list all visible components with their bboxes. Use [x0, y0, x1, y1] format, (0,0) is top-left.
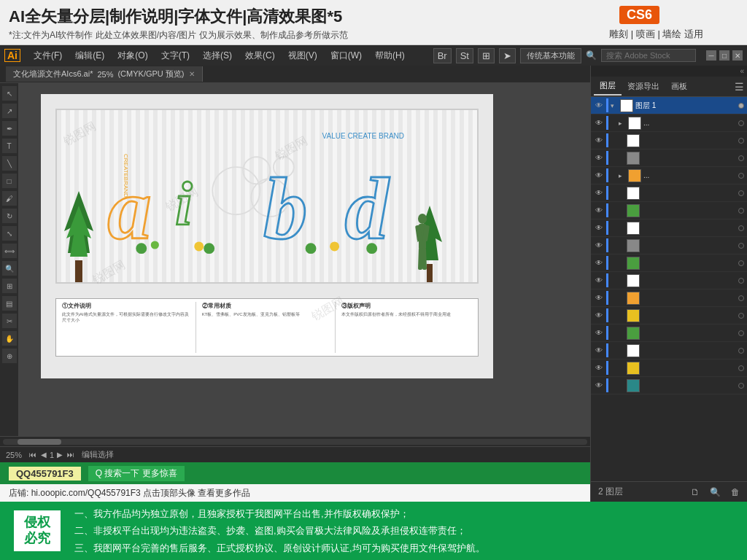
layer-count: 2 图层 — [595, 484, 626, 499]
eye-icon[interactable]: 👁 — [594, 258, 604, 268]
file-tab[interactable]: 文化墙源文件AIcs6.ai* 25% (CMYK/GPU 预览) ✕ — [6, 66, 203, 82]
layer-dot — [738, 313, 744, 319]
line-tool[interactable]: ╲ — [2, 156, 17, 171]
layer-row[interactable]: 👁 — [591, 237, 747, 254]
menu-effect[interactable]: 效果(C) — [239, 47, 281, 64]
layer-row[interactable]: 👁 — [591, 184, 747, 202]
scale-tool[interactable]: ⤡ — [2, 226, 17, 241]
create-brand-text: CREATEBRAND — [123, 154, 129, 198]
eye-icon[interactable]: 👁 — [594, 136, 604, 146]
scrollbar-track[interactable] — [3, 439, 587, 445]
blend-tool[interactable]: ⟺ — [2, 244, 17, 258]
tab-assets[interactable]: 资源导出 — [622, 78, 665, 95]
tab-layers[interactable]: 图层 — [594, 77, 622, 96]
layer-row[interactable]: 👁 — [591, 272, 747, 289]
zoom-level[interactable]: 25% — [6, 451, 22, 459]
paint-brush-tool[interactable]: 🖌 — [2, 191, 17, 206]
menu-file[interactable]: 文件(F) — [28, 47, 68, 64]
layer-row[interactable]: 👁 ▸ ... — [591, 114, 747, 132]
search-layer-btn[interactable]: 🔍 — [707, 486, 724, 499]
layer-row[interactable]: 👁 — [591, 149, 747, 167]
first-page-btn[interactable]: ⏮ — [28, 451, 38, 459]
hand-tool[interactable]: ✋ — [2, 331, 17, 346]
eye-icon[interactable]: 👁 — [594, 101, 604, 111]
eye-icon[interactable]: 👁 — [594, 381, 604, 391]
arrow-icon[interactable]: ➤ — [499, 48, 516, 63]
gradient-tool[interactable]: ▤ — [2, 296, 17, 311]
maximize-button[interactable]: □ — [719, 50, 729, 61]
eye-icon[interactable]: 👁 — [594, 241, 604, 251]
eye-icon[interactable]: 👁 — [594, 206, 604, 216]
menu-select[interactable]: 选择(S) — [197, 47, 238, 64]
expand-arrow[interactable]: ▸ — [619, 120, 626, 127]
canvas-area[interactable]: 锐图网 锐图网 锐图网 锐图网 锐图网 VALUE CREATE BRAND C… — [19, 83, 590, 436]
menu-help[interactable]: 帮助(H) — [369, 47, 411, 64]
new-layer-btn[interactable]: 🗋 — [688, 486, 703, 499]
eye-icon[interactable]: 👁 — [594, 188, 604, 198]
pen-tool[interactable]: ✒ — [2, 121, 17, 136]
layer-row[interactable]: 👁 — [591, 324, 747, 342]
layer-thumb — [627, 134, 640, 147]
eye-icon[interactable]: 👁 — [594, 276, 604, 286]
rect-tool[interactable]: □ — [2, 174, 17, 188]
layer-row[interactable]: 👁 — [591, 254, 747, 272]
menu-text[interactable]: 文字(T) — [155, 47, 196, 64]
st-icon[interactable]: St — [456, 48, 473, 63]
close-button[interactable]: ✕ — [732, 50, 743, 61]
qq-search-btn[interactable]: Q 搜索一下 更多惊喜 — [88, 466, 185, 481]
eye-icon[interactable]: 👁 — [594, 346, 604, 356]
layer-row[interactable]: 👁 — [591, 132, 747, 149]
copyright-text: 一、我方作品均为独立原创，且独家授权于我图网平台出售,并作版权确权保护； 二、非… — [74, 505, 485, 556]
last-page-btn[interactable]: ⏭ — [66, 451, 76, 459]
h-scrollbar[interactable] — [0, 436, 590, 446]
type-tool[interactable]: T — [2, 139, 17, 153]
expand-arrow[interactable]: ▾ — [611, 102, 618, 109]
eye-icon[interactable]: 👁 — [594, 311, 604, 321]
menu-object[interactable]: 对象(O) — [112, 47, 153, 64]
layer-row[interactable]: 👁 — [591, 289, 747, 307]
expand-arrow[interactable]: ▸ — [619, 172, 626, 179]
zoom-tool[interactable]: ⊕ — [2, 349, 17, 363]
grid-icon[interactable]: ⊞ — [478, 48, 495, 63]
panel-menu-icon[interactable]: ☰ — [735, 81, 744, 93]
scissors-tool[interactable]: ✂ — [2, 314, 17, 328]
tab-artboards[interactable]: 画板 — [665, 78, 693, 95]
rotate-tool[interactable]: ↻ — [2, 209, 17, 223]
eye-icon[interactable]: 👁 — [594, 223, 604, 233]
layer-row[interactable]: 👁 — [591, 377, 747, 394]
layer-row[interactable]: 👁 — [591, 359, 747, 377]
layer-row[interactable]: 👁 — [591, 219, 747, 237]
eye-icon[interactable]: 👁 — [594, 293, 604, 303]
stock-search-input[interactable] — [601, 49, 696, 62]
delete-layer-btn[interactable]: 🗑 — [728, 486, 743, 499]
layer-row[interactable]: 👁 — [591, 342, 747, 359]
scrollbar-thumb[interactable] — [18, 439, 61, 445]
menu-edit[interactable]: 编辑(E) — [69, 47, 110, 64]
direct-select-tool[interactable]: ↗ — [2, 104, 17, 118]
eye-icon[interactable]: 👁 — [594, 118, 604, 128]
prev-page-btn[interactable]: ◀ — [39, 451, 48, 459]
layer-row[interactable]: 👁 ▸ ... — [591, 167, 747, 184]
info-col-1-text: 此文件为AI格式矢量源文件，可根据实际需要自行修改文字内容及尺寸大小 — [62, 311, 193, 324]
layer-row[interactable]: 👁 — [591, 202, 747, 219]
eyedropper-tool[interactable]: 🔍 — [2, 261, 17, 276]
br-icon[interactable]: Br — [433, 48, 452, 63]
panel-collapse-btn[interactable]: « — [740, 67, 744, 75]
layer-thumb — [627, 309, 640, 322]
func-select[interactable]: 传统基本功能 — [520, 48, 581, 63]
minimize-button[interactable]: ─ — [706, 50, 716, 61]
layer-thumb — [627, 344, 640, 357]
eye-icon[interactable]: 👁 — [594, 363, 604, 373]
menu-window[interactable]: 窗口(W) — [325, 47, 368, 64]
eye-icon[interactable]: 👁 — [594, 153, 604, 163]
next-page-btn[interactable]: ▶ — [55, 451, 64, 459]
tab-close[interactable]: ✕ — [189, 70, 195, 78]
menu-view[interactable]: 视图(V) — [282, 47, 323, 64]
layer-row[interactable]: 👁 — [591, 307, 747, 324]
selection-tool[interactable]: ↖ — [2, 86, 17, 101]
layer-row[interactable]: 👁 ▾ 图层 1 — [591, 97, 747, 114]
eye-icon[interactable]: 👁 — [594, 328, 604, 338]
eye-icon[interactable]: 👁 — [594, 171, 604, 181]
app: AI全矢量分层|制作说明|字体文件|高清效果图*5 *注:文件为AI软件制作 此… — [0, 0, 747, 560]
mesh-tool[interactable]: ⊞ — [2, 279, 17, 293]
